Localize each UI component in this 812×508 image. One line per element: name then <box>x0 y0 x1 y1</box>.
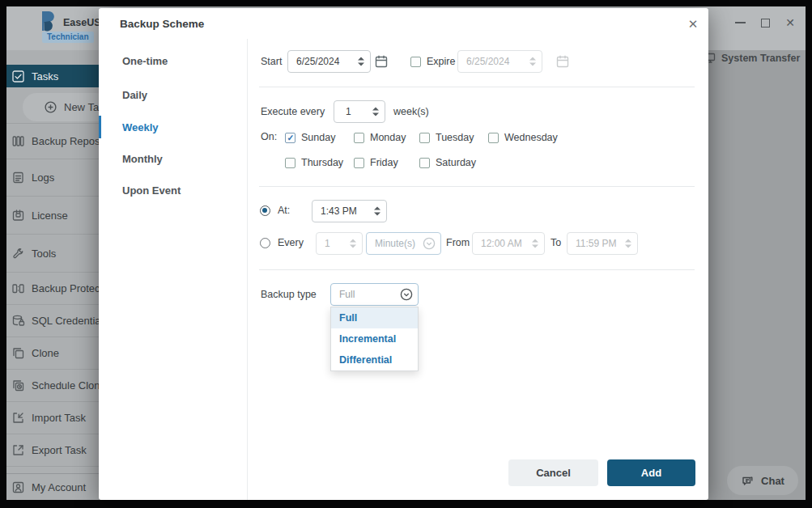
weekday-label-tuesday: Tuesday <box>436 132 474 143</box>
week-interval-input[interactable]: 1 <box>334 100 385 123</box>
sidebar-item-label: Export Task <box>32 444 87 456</box>
sidebar-item-label: Backup Protect <box>32 282 99 294</box>
window-close-button[interactable]: ✕ <box>781 14 799 32</box>
interval-count-input[interactable]: 1 <box>316 232 363 255</box>
logs-icon <box>11 171 25 184</box>
expire-date-value: 6/25/2024 <box>466 56 509 67</box>
sidebar: Tasks New Task Backup Repos Logs License… <box>6 50 99 500</box>
add-button[interactable]: Add <box>607 459 695 486</box>
start-calendar-icon[interactable] <box>374 54 389 69</box>
from-time-input[interactable]: 12:00 AM <box>472 232 545 255</box>
backup-type-label: Backup type <box>261 289 317 300</box>
weekday-checkbox-tuesday[interactable] <box>419 133 430 143</box>
chat-label: Chat <box>761 475 784 487</box>
scheme-tab-one-time[interactable]: One-time <box>122 49 168 73</box>
start-date-input[interactable]: 6/25/2024 <box>287 50 371 73</box>
expire-date-stepper <box>529 57 536 66</box>
sidebar-item-schedule-clone[interactable]: Schedule Clone <box>6 370 99 402</box>
at-time-input[interactable]: 1:43 PM <box>312 200 387 222</box>
backup-type-option-full[interactable]: Full <box>331 307 418 328</box>
every-label: Every <box>278 237 304 248</box>
sidebar-item-tools[interactable]: Tools <box>6 235 99 273</box>
on-label: On: <box>261 131 277 142</box>
weekday-checkbox-monday[interactable] <box>354 133 364 143</box>
chevron-down-circle-icon <box>400 288 413 301</box>
window-maximize-button[interactable] <box>756 14 774 32</box>
scheme-tab-upon-event[interactable]: Upon Event <box>122 178 181 202</box>
system-transfer-button[interactable]: System Transfer <box>704 52 800 64</box>
sidebar-item-label: Schedule Clone <box>32 379 99 392</box>
start-label: Start <box>261 56 282 67</box>
section-divider <box>259 269 695 270</box>
edition-badge: Technician <box>42 32 94 43</box>
weekday-label-friday: Friday <box>370 157 398 168</box>
every-radio[interactable] <box>260 238 270 248</box>
minimize-icon <box>735 22 746 23</box>
section-divider <box>259 87 695 87</box>
weekday-checkbox-thursday[interactable] <box>285 158 295 168</box>
system-transfer-label: System Transfer <box>721 53 800 64</box>
sidebar-item-label: Clone <box>32 347 59 359</box>
sidebar-item-backup-protect[interactable]: Backup Protect <box>6 273 99 305</box>
at-label: At: <box>278 205 290 216</box>
sidebar-item-label: Tasks <box>32 70 58 83</box>
weekday-checkbox-sunday[interactable] <box>285 133 295 143</box>
from-time-value: 12:00 AM <box>481 238 522 249</box>
backup-type-option-incremental[interactable]: Incremental <box>331 328 418 349</box>
backup-type-option-differential[interactable]: Differential <box>331 349 418 370</box>
weekday-checkbox-friday[interactable] <box>354 158 364 168</box>
expire-calendar-icon <box>555 54 570 69</box>
scheme-tab-daily[interactable]: Daily <box>122 83 147 107</box>
sidebar-item-tasks[interactable]: Tasks <box>6 65 99 87</box>
easeus-logo-icon <box>39 11 57 32</box>
start-date-stepper[interactable] <box>358 57 364 66</box>
schedule-clone-icon <box>11 379 25 392</box>
cancel-button[interactable]: Cancel <box>508 459 598 486</box>
clone-icon <box>11 346 25 360</box>
expire-label: Expire <box>427 56 455 67</box>
sidebar-item-sql-credentials[interactable]: SQL Credentials <box>6 305 99 337</box>
sidebar-item-export-task[interactable]: Export Task <box>6 434 99 467</box>
section-divider <box>259 186 695 187</box>
scheme-tab-weekly[interactable]: Weekly <box>122 115 159 139</box>
chevron-down-circle-icon <box>423 237 436 250</box>
interval-unit-value: Minute(s) <box>375 238 415 249</box>
week-interval-stepper[interactable] <box>372 108 379 116</box>
sidebar-item-logs[interactable]: Logs <box>6 159 99 197</box>
sidebar-item-import-task[interactable]: Import Task <box>6 402 99 434</box>
sidebar-item-label: Backup Repos <box>32 135 99 147</box>
window-minimize-button[interactable] <box>731 14 749 32</box>
expire-date-input[interactable]: 6/25/2024 <box>457 50 542 73</box>
to-time-input[interactable]: 11:59 PM <box>567 232 638 255</box>
at-time-value: 1:43 PM <box>321 205 357 217</box>
to-time-stepper <box>625 239 631 248</box>
start-date-value: 6/25/2024 <box>296 56 339 67</box>
interval-unit-select[interactable]: Minute(s) <box>366 232 441 255</box>
sidebar-item-label: SQL Credentials <box>32 315 99 327</box>
at-radio[interactable] <box>260 205 270 216</box>
at-time-stepper[interactable] <box>374 207 380 216</box>
repository-icon <box>11 134 25 148</box>
backup-protect-icon <box>11 282 25 295</box>
new-task-button[interactable]: New Task <box>23 93 110 121</box>
weekday-checkbox-saturday[interactable] <box>419 158 430 168</box>
interval-count-value: 1 <box>325 238 330 249</box>
chat-button[interactable]: Chat <box>727 466 798 495</box>
from-time-stepper <box>532 239 538 248</box>
backup-type-select[interactable]: Full <box>330 283 419 306</box>
sidebar-item-clone[interactable]: Clone <box>6 337 99 370</box>
weekday-label-wednesday: Wednesday <box>504 132 558 143</box>
scheme-tab-monthly[interactable]: Monthly <box>122 146 163 171</box>
execute-every-label: Execute every <box>261 106 325 117</box>
sidebar-item-my-account[interactable]: My Account <box>6 473 99 501</box>
weekday-checkbox-wednesday[interactable] <box>488 133 499 143</box>
sidebar-item-license[interactable]: License <box>6 197 99 235</box>
dialog-close-button[interactable]: ✕ <box>683 15 703 34</box>
sidebar-item-backup-repository[interactable]: Backup Repos <box>6 123 99 159</box>
application-window: EaseUS Todo Technician ✕ Tasks New Task … <box>0 0 812 508</box>
my-account-icon <box>11 480 25 494</box>
expire-checkbox[interactable] <box>410 57 421 67</box>
chat-bubble-icon <box>741 474 755 488</box>
tools-wrench-icon <box>11 247 25 260</box>
weekday-label-saturday: Saturday <box>436 157 476 168</box>
